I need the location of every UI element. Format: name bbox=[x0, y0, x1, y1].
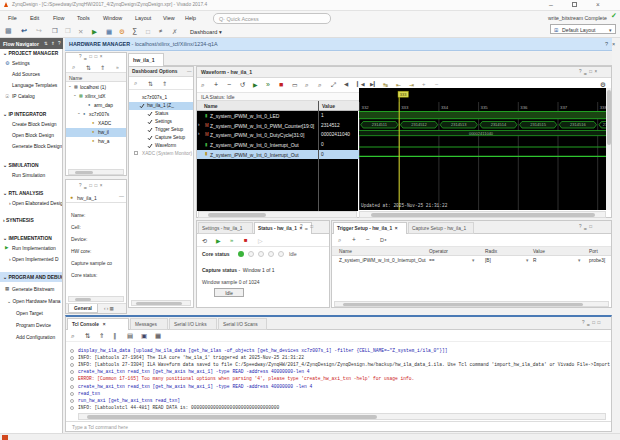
svg-text:2314515: 2314515 bbox=[530, 122, 546, 127]
svg-text:334: 334 bbox=[441, 105, 449, 110]
svg-text:333: 333 bbox=[401, 105, 409, 110]
svg-text:2314512: 2314512 bbox=[411, 122, 427, 127]
svg-text:335: 335 bbox=[481, 105, 489, 110]
svg-text:337: 337 bbox=[560, 105, 568, 110]
svg-text:333: 333 bbox=[400, 92, 407, 97]
svg-text:Updated at: 2025-Nov-25 21:31:: Updated at: 2025-Nov-25 21:31:22 bbox=[361, 203, 448, 208]
svg-text:332: 332 bbox=[362, 105, 370, 110]
svg-text:2314514: 2314514 bbox=[491, 122, 507, 127]
svg-text:2314511: 2314511 bbox=[372, 122, 388, 127]
svg-text:00002411040: 00002411040 bbox=[469, 131, 494, 136]
svg-text:336: 336 bbox=[520, 105, 528, 110]
svg-text:2314516: 2314516 bbox=[570, 122, 586, 127]
svg-text:2314513: 2314513 bbox=[451, 122, 467, 127]
